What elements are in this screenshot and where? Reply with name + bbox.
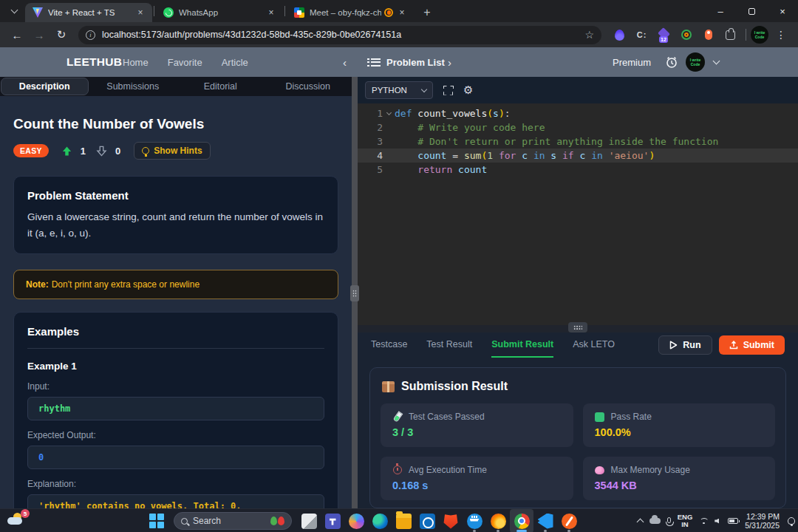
- chevron-down-icon: [10, 7, 18, 14]
- maximize-button[interactable]: [736, 0, 767, 22]
- volume-icon[interactable]: [715, 519, 721, 524]
- taskbar-app-firefox[interactable]: [486, 509, 510, 532]
- problem-list-button[interactable]: Problem List: [367, 47, 445, 77]
- nav-item-favorite[interactable]: Favorite: [168, 57, 202, 68]
- nav-item-home[interactable]: Home: [123, 57, 149, 68]
- explanation-label: Explanation:: [27, 479, 324, 489]
- browser-profile-avatar[interactable]: I write Code: [751, 26, 768, 44]
- radar-extension-icon[interactable]: [680, 29, 692, 41]
- tab-ask-leto[interactable]: Ask LETO: [573, 332, 615, 358]
- tab-editorial[interactable]: Editorial: [177, 77, 265, 96]
- language-indicator[interactable]: ENG IN: [678, 514, 693, 528]
- expected-output-value: 0: [38, 452, 44, 463]
- taskbar-app-explorer[interactable]: [392, 509, 415, 532]
- tab-close-button[interactable]: ×: [134, 7, 146, 18]
- reload-button[interactable]: ↻: [52, 25, 71, 44]
- tab-search-button[interactable]: [6, 3, 22, 19]
- run-button[interactable]: Run: [658, 335, 712, 355]
- tray-overflow-button[interactable]: [638, 517, 643, 525]
- taskbar-app-pen[interactable]: [557, 509, 581, 532]
- code-text: return count: [395, 163, 487, 177]
- code-line[interactable]: 3 # Don't return or print anything insid…: [358, 134, 798, 149]
- taskbar-app-brave[interactable]: [439, 509, 463, 532]
- back-button[interactable]: ←: [7, 25, 27, 44]
- taskbar-app-edge[interactable]: [368, 509, 392, 532]
- taskbar-app-taskview[interactable]: [297, 509, 321, 532]
- brand-logo[interactable]: LEETHUB: [66, 47, 122, 77]
- tab-submit-result[interactable]: Submit Result: [491, 332, 553, 358]
- extensions-puzzle-icon[interactable]: [724, 29, 737, 41]
- orange-pill-extension-icon[interactable]: [702, 29, 715, 41]
- editor-settings-button[interactable]: ⚙: [463, 83, 473, 97]
- taskbar-app-copilot[interactable]: [344, 509, 368, 532]
- battery-icon[interactable]: [728, 518, 738, 524]
- browser-tab[interactable]: Meet – oby-fqkz-chv×: [287, 3, 414, 22]
- resize-grip[interactable]: [568, 322, 587, 332]
- bookmark-star-icon[interactable]: ☆: [584, 29, 594, 41]
- new-tab-button[interactable]: +: [418, 4, 436, 21]
- taskbar-app-docker[interactable]: [463, 509, 486, 532]
- forward-button[interactable]: →: [30, 25, 49, 44]
- start-button[interactable]: [145, 509, 168, 532]
- browser-tab[interactable]: WhatsApp×: [156, 3, 283, 22]
- purple-badge-extension-icon[interactable]: 12: [658, 29, 670, 41]
- taskbar-app-vscode[interactable]: [533, 509, 557, 532]
- clock[interactable]: 12:39 PM 5/31/2025: [745, 512, 780, 530]
- fullscreen-button[interactable]: [443, 86, 453, 95]
- collapse-chevron[interactable]: ‹: [343, 47, 347, 77]
- browser-tab[interactable]: Vite + React + TS×: [25, 3, 152, 22]
- flame-extension-icon[interactable]: [613, 29, 626, 41]
- upvote-button[interactable]: [61, 146, 72, 157]
- browser-titlebar: Vite + React + TS×WhatsApp×Meet – oby-fq…: [0, 0, 798, 22]
- tab-test-result[interactable]: Test Result: [426, 332, 472, 358]
- minimize-button[interactable]: –: [705, 0, 736, 22]
- tab-discussion[interactable]: Discussion: [265, 77, 352, 96]
- close-button[interactable]: ×: [767, 0, 798, 22]
- tab-close-button[interactable]: ×: [265, 7, 277, 18]
- wifi-icon[interactable]: [699, 518, 708, 525]
- resize-grip[interactable]: [350, 285, 359, 301]
- profile-chevron[interactable]: [714, 47, 719, 77]
- code-line[interactable]: 4 count = sum(1 for c in s if c in 'aeio…: [358, 149, 798, 163]
- taskbar-search[interactable]: Search: [174, 512, 292, 530]
- browser-menu-button[interactable]: ⋮: [771, 29, 791, 41]
- language-select[interactable]: PYTHON: [365, 81, 433, 99]
- onedrive-icon[interactable]: [649, 518, 661, 524]
- c-colon-extension-icon[interactable]: C:: [635, 29, 648, 41]
- downvote-button[interactable]: [96, 146, 107, 157]
- stat-label-row: Pass Rate: [595, 412, 764, 422]
- site-info-icon[interactable]: i: [86, 30, 95, 40]
- horizontal-resize-divider[interactable]: [358, 325, 798, 332]
- show-hints-button[interactable]: Show Hints: [134, 142, 210, 160]
- fold-column: [383, 149, 395, 163]
- nav-item-article[interactable]: Article: [222, 57, 248, 68]
- fold-chevron-icon[interactable]: [386, 110, 391, 115]
- code-line[interactable]: 2 # Write your code here: [358, 120, 798, 134]
- tab-testcase[interactable]: Testcase: [371, 332, 407, 358]
- user-avatar[interactable]: I write Code: [686, 52, 705, 72]
- taskbar-app-teams[interactable]: [321, 509, 344, 532]
- problem-statement-heading: Problem Statement: [27, 189, 324, 202]
- timer-icon[interactable]: [665, 47, 678, 77]
- tab-close-button[interactable]: ×: [396, 7, 408, 18]
- run-label: Run: [683, 340, 700, 350]
- taskbar-app-chrome[interactable]: [510, 509, 533, 532]
- code-editor[interactable]: 1def count_vowels(s):2 # Write your code…: [358, 103, 798, 325]
- submit-button[interactable]: Submit: [719, 335, 785, 355]
- panel-resize-divider[interactable]: [352, 77, 358, 508]
- tab-description[interactable]: Description: [1, 78, 89, 95]
- fold-column: [383, 106, 395, 120]
- code-text: count = sum(1 for c in s if c in 'aeiou'…: [395, 149, 655, 163]
- address-bar[interactable]: i localhost:5173/auth/problems/43d1232d-…: [78, 26, 601, 44]
- url-text[interactable]: localhost:5173/auth/problems/43d1232d-58…: [102, 30, 584, 40]
- tab-submissions[interactable]: Submissions: [89, 77, 177, 96]
- microphone-icon[interactable]: [667, 517, 671, 525]
- notification-bell-icon[interactable]: [786, 517, 795, 525]
- widgets-weather-button[interactable]: 5: [6, 511, 28, 531]
- code-line[interactable]: 5 return count: [358, 163, 798, 177]
- premium-link[interactable]: Premium: [613, 47, 651, 77]
- taskbar-app-outlook[interactable]: [415, 509, 439, 532]
- main-area: DescriptionSubmissionsEditorialDiscussio…: [0, 77, 798, 508]
- code-line[interactable]: 1def count_vowels(s):: [358, 106, 798, 120]
- next-problem-chevron[interactable]: ›: [448, 47, 451, 77]
